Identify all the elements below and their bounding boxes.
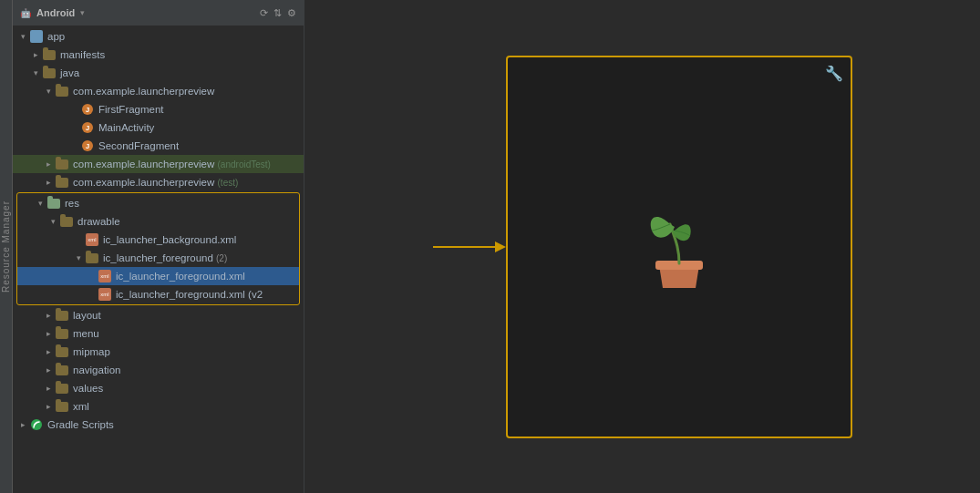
resource-manager-label: Resource Manager [1, 200, 11, 293]
preview-box: 🔧 [506, 56, 852, 438]
arrow-icon [29, 48, 42, 61]
tree-item-navigation[interactable]: navigation [13, 361, 304, 379]
tree-item-app[interactable]: app [13, 27, 304, 46]
tree-item-package-test[interactable]: com.example.launcherpreview (test) [13, 173, 304, 191]
tree-label: manifests [60, 49, 105, 60]
arrow-icon [16, 418, 29, 431]
arrow-icon [16, 30, 29, 43]
tree-item-menu[interactable]: menu [13, 324, 304, 343]
arrow-icon [46, 215, 59, 228]
arrow-icon [42, 85, 55, 98]
tree-item-java[interactable]: java [13, 64, 304, 82]
tree-label: FirstFragment [98, 104, 164, 115]
folder-icon [55, 326, 69, 341]
tree-item-res[interactable]: res [17, 194, 299, 212]
flatten-icon[interactable]: ⇅ [273, 7, 282, 19]
res-folder-icon [46, 196, 61, 211]
tree-item-manifests[interactable]: manifests [13, 46, 304, 64]
plant-preview [624, 192, 734, 302]
xml-icon: xml [98, 269, 112, 283]
panel-title: Android [36, 7, 75, 18]
folder-icon [55, 308, 69, 323]
arrow-icon [72, 252, 85, 264]
tree-label: ic_launcher_foreground.xml [116, 271, 245, 282]
tree-label: ic_launcher_foreground (2) [103, 252, 227, 263]
arrow-icon [42, 345, 55, 358]
tree-label: MainActivity [98, 122, 154, 133]
tree-item-mainactivity[interactable]: J MainActivity [13, 118, 304, 137]
folder-icon [59, 214, 74, 229]
panel-header: 🤖 Android ▾ ⟳ ⇅ ⚙ [13, 0, 304, 26]
tree-label: java [60, 67, 79, 78]
main-content: 🔧 [304, 0, 980, 493]
preview-tools: 🔧 [825, 65, 843, 82]
java-icon: J [80, 102, 95, 117]
tree-item-gradle-scripts[interactable]: Gradle Scripts [13, 416, 304, 434]
tree-label: com.example.launcherpreview (androidTest… [73, 159, 271, 169]
tree-label: com.example.launcherpreview (test) [73, 177, 238, 188]
tree-label: ic_launcher_foreground.xml (v2 [116, 289, 263, 300]
arrow-icon [42, 176, 55, 189]
folder-icon [42, 47, 57, 62]
file-tree-panel: 🤖 Android ▾ ⟳ ⇅ ⚙ app manifests [13, 0, 304, 493]
arrow-empty [85, 288, 98, 301]
tree-label: xml [73, 401, 89, 412]
sync-icon[interactable]: ⟳ [260, 7, 268, 19]
arrow-connector [433, 236, 506, 258]
tree-item-package-main[interactable]: com.example.launcherpreview [13, 82, 304, 100]
gear-icon[interactable]: ⚙ [287, 7, 296, 19]
xml-icon: xml [98, 287, 112, 302]
svg-marker-2 [495, 241, 506, 252]
tree-item-secondfragment[interactable]: J SecondFragment [13, 137, 304, 155]
arrow-icon [42, 382, 55, 395]
arrow-icon [42, 309, 55, 322]
tree-item-mipmap[interactable]: mipmap [13, 343, 304, 361]
arrow-empty [67, 139, 80, 152]
folder-icon [55, 84, 69, 98]
folder-icon [55, 363, 69, 377]
arrow-icon [42, 158, 55, 170]
arrow-empty [85, 270, 98, 282]
preview-section: 🔧 [304, 0, 980, 493]
tree-item-xml[interactable]: xml [13, 397, 304, 416]
tree-label: app [47, 31, 65, 42]
tree-item-firstfragment[interactable]: J FirstFragment [13, 100, 304, 118]
res-box: res drawable xml ic_launcher_background.… [16, 192, 300, 305]
xml-icon: xml [85, 232, 99, 247]
folder-icon [55, 157, 69, 171]
tree-item-ic-launcher-foreground-xml-v2[interactable]: xml ic_launcher_foreground.xml (v2 [17, 285, 299, 303]
pin-icon[interactable]: 🔧 [825, 66, 843, 81]
tree-label: ic_launcher_background.xml [103, 234, 236, 245]
java-icon: J [80, 139, 95, 153]
arrow-icon [42, 400, 55, 413]
tree-label: res [65, 198, 79, 209]
app-icon [29, 29, 44, 44]
tree-item-ic-launcher-foreground-xml[interactable]: xml ic_launcher_foreground.xml [17, 267, 299, 285]
panel-icons: ⟳ ⇅ ⚙ [260, 7, 296, 19]
tree-label: mipmap [73, 346, 110, 357]
gradle-icon [29, 417, 44, 432]
tree-item-package-androidtest[interactable]: com.example.launcherpreview (androidTest… [13, 155, 304, 173]
folder-icon [55, 381, 69, 395]
arrow-empty [67, 103, 80, 116]
tree-item-ic-launcher-foreground-group[interactable]: ic_launcher_foreground (2) [17, 249, 299, 267]
arrow-icon [29, 67, 42, 79]
arrow-icon [42, 364, 55, 376]
arrow-icon [42, 327, 55, 340]
arrow-empty [72, 233, 85, 246]
folder-icon [55, 344, 69, 359]
arrow-icon [34, 197, 46, 210]
arrow-empty [67, 121, 80, 134]
resource-manager-sidebar[interactable]: Resource Manager [0, 0, 13, 493]
tree-label: layout [73, 310, 101, 321]
tree-label: drawable [77, 216, 120, 227]
tree-label: com.example.launcherpreview [73, 86, 214, 97]
tree-item-layout[interactable]: layout [13, 306, 304, 324]
tree-label: values [73, 383, 103, 394]
tree-item-ic-launcher-background[interactable]: xml ic_launcher_background.xml [17, 231, 299, 249]
tree-item-values[interactable]: values [13, 379, 304, 397]
tree-label: SecondFragment [98, 140, 179, 151]
folder-icon [55, 399, 69, 414]
tree-item-drawable[interactable]: drawable [17, 212, 299, 231]
folder-icon [55, 175, 69, 190]
